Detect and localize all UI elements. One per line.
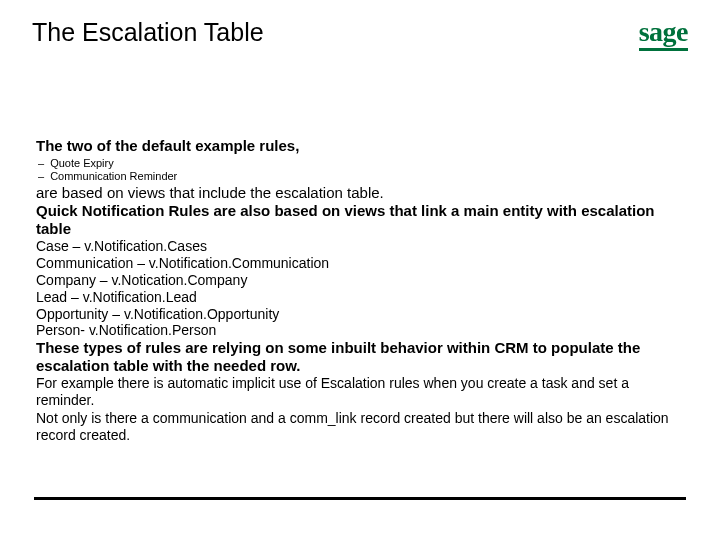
intro-heading: The two of the default example rules,: [36, 137, 684, 155]
body-paragraph: Not only is there a communication and a …: [36, 410, 684, 444]
list-item: Communication Reminder: [36, 170, 684, 183]
mapping-row: Communication – v.Notification.Communica…: [36, 255, 684, 272]
mapping-row: Lead – v.Notification.Lead: [36, 289, 684, 306]
page-title: The Escalation Table: [32, 18, 264, 47]
mapping-row: Opportunity – v.Notification.Opportunity: [36, 306, 684, 323]
rely-heading: These types of rules are relying on some…: [36, 339, 684, 375]
body-text: are based on views that include the esca…: [36, 184, 684, 202]
mapping-row: Company – v.Notication.Company: [36, 272, 684, 289]
quick-rules-heading: Quick Notification Rules are also based …: [36, 202, 684, 238]
brand-logo-text: sage: [639, 18, 688, 46]
slide-body: The two of the default example rules, Qu…: [0, 137, 720, 443]
footer-divider: [34, 497, 686, 500]
brand-logo: sage: [639, 18, 688, 51]
brand-logo-underline: [639, 48, 688, 51]
mapping-row: Person- v.Notification.Person: [36, 322, 684, 339]
mapping-row: Case – v.Notification.Cases: [36, 238, 684, 255]
example-rules-list: Quote Expiry Communication Reminder: [36, 157, 684, 183]
list-item: Quote Expiry: [36, 157, 684, 170]
body-paragraph: For example there is automatic implicit …: [36, 375, 684, 409]
